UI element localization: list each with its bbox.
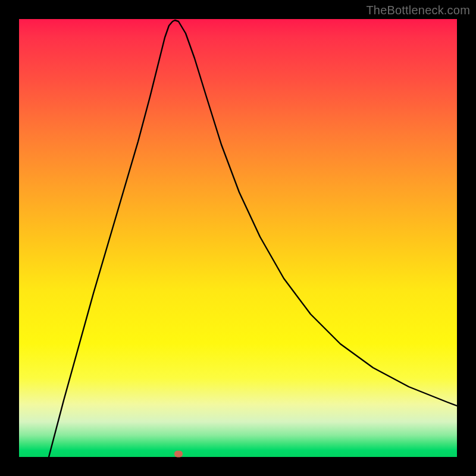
plot-area (19, 19, 457, 457)
bottleneck-curve (19, 19, 457, 457)
minimum-marker (174, 451, 183, 458)
chart-frame: TheBottleneck.com (0, 0, 476, 476)
watermark-text: TheBottleneck.com (366, 4, 470, 17)
